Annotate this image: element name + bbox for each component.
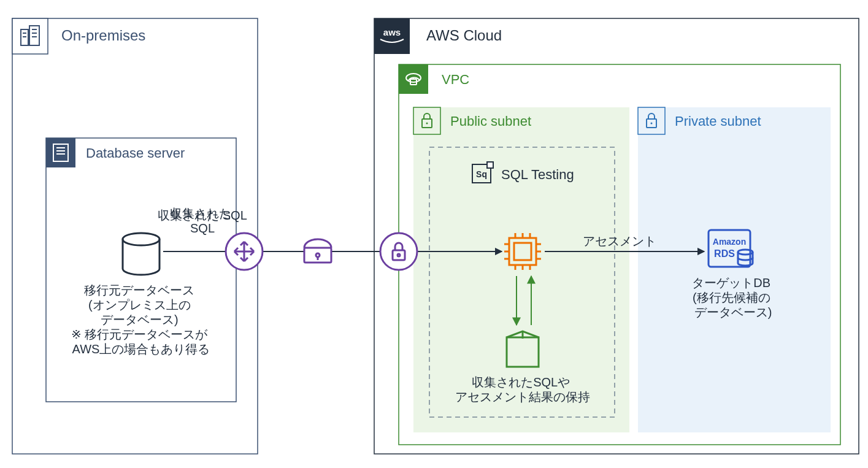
building-icon [12, 18, 48, 54]
svg-point-15 [123, 233, 159, 245]
sql-testing-label: SQL Testing [501, 167, 574, 182]
target-db-label: ターゲットDB (移行先候補の データベース) [692, 276, 774, 319]
onprem-title: On-premises [61, 27, 145, 44]
database-icon [123, 233, 159, 275]
svg-rect-9 [46, 138, 236, 402]
svg-rect-10 [46, 138, 75, 167]
svg-rect-0 [12, 18, 258, 454]
private-subnet-title: Private subnet [675, 113, 761, 129]
svg-rect-61 [304, 248, 331, 263]
svg-text:RDS: RDS [714, 248, 735, 259]
db-server-title: Database server [86, 145, 185, 161]
svg-text:aws: aws [383, 27, 401, 37]
svg-point-27 [426, 123, 428, 125]
customer-gateway-icon [304, 239, 331, 263]
svg-point-64 [380, 233, 417, 270]
public-subnet-title: Public subnet [450, 113, 531, 129]
svg-rect-31 [487, 162, 493, 168]
svg-text:Amazon: Amazon [713, 237, 746, 247]
vpn-gateway-icon [380, 233, 417, 270]
vpc-icon [399, 64, 428, 94]
onprem-group: On-premises Database server 収集された SQL 収集… [12, 18, 258, 454]
server-icon [46, 138, 75, 167]
vpc-title: VPC [442, 72, 469, 87]
svg-rect-50 [638, 107, 831, 432]
gateway-icon [226, 233, 263, 270]
svg-text:Sq: Sq [476, 169, 487, 179]
svg-point-53 [651, 123, 653, 125]
assessment-label: アセスメント [583, 234, 656, 248]
aws-cloud-title: AWS Cloud [426, 27, 502, 44]
source-db-label: 移行元データベース (オンプレミス上の データベース) ※ 移行元データベースが… [71, 283, 211, 356]
aws-icon: aws [374, 18, 410, 54]
architecture-diagram: On-premises Database server 収集された SQL 収集… [0, 0, 868, 468]
